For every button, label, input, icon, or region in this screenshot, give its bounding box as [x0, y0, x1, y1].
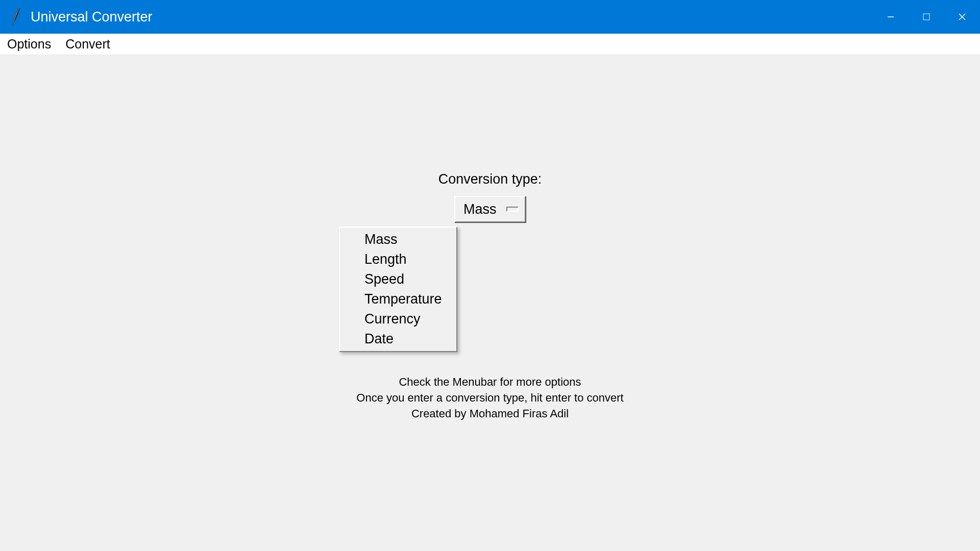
window-controls — [873, 0, 980, 34]
close-button[interactable] — [944, 0, 980, 34]
feather-icon — [10, 7, 22, 27]
minimize-button[interactable] — [873, 0, 909, 34]
footer-line-1: Check the Menubar for more options — [286, 374, 694, 390]
option-currency[interactable]: Currency — [340, 309, 456, 329]
conversion-type-menu: Mass Length Speed Temperature Currency D… — [339, 227, 457, 352]
menu-options[interactable]: Options — [7, 37, 51, 52]
window-title: Universal Converter — [31, 9, 153, 25]
footer-text: Check the Menubar for more options Once … — [286, 374, 694, 421]
menu-bar: Options Convert — [0, 34, 980, 55]
option-date[interactable]: Date — [340, 329, 456, 349]
maximize-button[interactable] — [909, 0, 944, 34]
option-mass[interactable]: Mass — [340, 230, 456, 249]
footer-line-3: Created by Mohamed Firas Adil — [286, 406, 694, 422]
footer-line-2: Once you enter a conversion type, hit en… — [286, 390, 694, 406]
svg-rect-2 — [923, 14, 929, 20]
option-length[interactable]: Length — [340, 249, 456, 269]
content-area: Conversion type: Mass Mass Length Speed … — [0, 55, 980, 551]
option-temperature[interactable]: Temperature — [340, 289, 456, 309]
menu-convert[interactable]: Convert — [65, 37, 110, 52]
conversion-type-dropdown[interactable]: Mass — [454, 196, 526, 222]
title-bar: Universal Converter — [0, 0, 980, 34]
option-speed[interactable]: Speed — [340, 269, 456, 289]
dropdown-indicator-icon — [506, 207, 519, 212]
conversion-type-label: Conversion type: — [438, 171, 542, 187]
title-left: Universal Converter — [10, 7, 153, 27]
dropdown-selected-value: Mass — [463, 202, 497, 217]
